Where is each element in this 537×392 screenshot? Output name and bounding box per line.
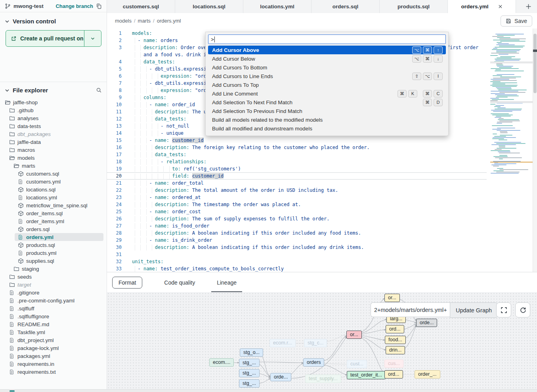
new-tab-button[interactable] <box>520 0 537 13</box>
tree-item-jaffle-data[interactable]: jaffle-data <box>6 138 103 146</box>
tree-item-locations-yml[interactable]: locations.yml <box>15 193 103 201</box>
tree-item--pre-commit-config-yaml[interactable]: .pre-commit-config.yaml <box>6 296 103 304</box>
lineage-node-ecom_raw[interactable]: ecom.... <box>209 358 234 367</box>
lineage-node-stg_orders[interactable]: stg_o... <box>240 348 263 357</box>
update-graph-button[interactable]: Update Graph <box>450 302 498 318</box>
tab-locations-yml[interactable]: locations.yml <box>243 0 311 13</box>
save-button[interactable]: Save <box>501 15 532 27</box>
tab-products-sql[interactable]: products.sql <box>380 0 448 13</box>
palette-item-add-cursor-above[interactable]: Add Cursor Above⌥⌘↑ <box>208 46 446 54</box>
lineage-node-stg_c_f[interactable]: stg_c... <box>304 339 327 347</box>
code-editor[interactable]: 1models:2- name: orders3description: Ord… <box>107 29 537 272</box>
editor-scrollbar[interactable] <box>533 29 537 272</box>
lineage-selector-input[interactable]: 2+models/marts/orders.yml+ <box>371 302 450 317</box>
tree-item-macros[interactable]: macros <box>6 146 103 154</box>
command-palette-input[interactable]: > <box>208 34 446 44</box>
code-line[interactable]: 22description: The total amount of the o… <box>107 187 487 194</box>
palette-item-add-cursor-below[interactable]: Add Cursor Below⌥⌘↓ <box>208 54 446 63</box>
tree-item-analyses[interactable]: analyses <box>6 114 103 122</box>
tree-item-products-sql[interactable]: products.sql <box>15 241 103 249</box>
pr-dropdown-caret[interactable] <box>84 31 101 46</box>
tree-item-dbt-packages[interactable]: dbt_packages <box>6 130 103 138</box>
tab-customers-sql[interactable]: customers.sql <box>107 0 175 13</box>
lineage-node-orders_hl[interactable]: or... <box>346 331 362 339</box>
tree-item-staging[interactable]: staging <box>10 265 103 273</box>
tree-item-jaffle-shop[interactable]: jaffle-shop <box>2 98 103 106</box>
bottom-scroll-strip[interactable] <box>0 389 537 392</box>
code-line[interactable]: 19to: ref('stg_customers') <box>107 165 487 172</box>
palette-item-add-selection-to-previous-find-match[interactable]: Add Selection To Previous Find Match <box>208 107 446 115</box>
code-line[interactable]: 32unit_tests: <box>107 258 487 265</box>
tree-item-metricflow-time-spine-sql[interactable]: metricflow_time_spine.sql <box>15 201 103 209</box>
close-icon[interactable] <box>498 4 503 9</box>
code-line[interactable]: 29- name: is_drink_order <box>107 237 487 244</box>
code-line[interactable]: 33- name: test_order_items_compute_to_bo… <box>107 265 487 272</box>
lineage-node-orde_gray[interactable]: orde... <box>416 319 437 327</box>
tree-item-taskfile-yml[interactable]: Taskfile.yml <box>6 328 103 336</box>
lineage-node-order_items[interactable]: orde... <box>270 373 291 381</box>
code-line[interactable]: 15- name: customer_id <box>107 137 487 144</box>
lineage-node-y_or_top[interactable]: or... <box>384 294 400 302</box>
tree-item-data-tests[interactable]: data-tests <box>6 122 103 130</box>
lineage-node-ecom_r_f[interactable]: ecom.r... <box>269 339 296 347</box>
scrollbar-thumb[interactable] <box>533 34 537 93</box>
code-line[interactable]: 23- name: ordered_at <box>107 194 487 201</box>
tree-item-requirements-txt[interactable]: requirements.txt <box>6 368 103 376</box>
copy-icon[interactable] <box>96 3 102 9</box>
code-line[interactable]: 30description: A boolean indicating if t… <box>107 244 487 251</box>
breadcrumb-part[interactable]: models <box>115 18 132 24</box>
code-line[interactable]: 28description: A boolean indicating if t… <box>107 229 487 237</box>
tree-item--sqlfluff[interactable]: .sqlfluff <box>6 304 103 312</box>
palette-item-add-line-comment[interactable]: Add Line Comment⌘K⌘C <box>208 89 446 98</box>
tree-item-orders-yml[interactable]: orders.yml <box>15 233 103 241</box>
panel-tab-lineage[interactable]: Lineage <box>217 272 237 293</box>
tab-orders-yml[interactable]: orders.yml <box>448 0 516 13</box>
palette-item-add-cursors-to-bottom[interactable]: Add Cursors To Bottom <box>208 63 446 72</box>
palette-item-build-all-models-related-to-the-modified-models[interactable]: Build all models related to the modified… <box>208 115 446 124</box>
palette-item-add-cursors-to-top[interactable]: Add Cursors To Top <box>208 80 446 89</box>
tree-item-requirements-in[interactable]: requirements.in <box>6 360 103 368</box>
version-control-header[interactable]: Version control <box>0 12 107 28</box>
tree-item-readme-md[interactable]: README.md <box>6 320 103 328</box>
fullscreen-button[interactable] <box>496 302 511 317</box>
tab-locations-sql[interactable]: locations.sql <box>175 0 243 13</box>
format-button[interactable]: Format <box>112 277 142 289</box>
create-pr-button[interactable]: Create a pull request on Git... <box>6 30 101 47</box>
tab-orders-sql[interactable]: orders.sql <box>311 0 380 13</box>
lineage-node-stg_a[interactable]: stg_... <box>239 359 260 367</box>
code-line[interactable]: 24description: The timestamp the order w… <box>107 201 487 208</box>
breadcrumb-part[interactable]: marts <box>138 18 151 24</box>
tree-item--gitignore[interactable]: .gitignore <box>6 289 103 296</box>
lineage-node-test_supply_f[interactable]: test_supply... <box>305 375 341 383</box>
tree-item-dbt-project-yml[interactable]: dbt_project.yml <box>6 336 103 344</box>
tree-item-customers-yml[interactable]: customers.yml <box>15 178 103 185</box>
lineage-node-orders[interactable]: orders <box>303 358 324 367</box>
tree-item-supplies-sql[interactable]: supplies.sql <box>15 257 103 265</box>
code-line[interactable]: 18- relationships: <box>107 158 487 165</box>
tree-item--sqlfluffignore[interactable]: .sqlfluffignore <box>6 312 103 320</box>
lineage-node-y_ord[interactable]: ord... <box>386 325 404 333</box>
tree-item-products-yml[interactable]: products.yml <box>15 249 103 257</box>
change-branch-link[interactable]: Change branch <box>55 3 93 9</box>
code-line[interactable]: 17data_tests: <box>107 151 487 158</box>
lineage-node-stg_c[interactable]: stg_... <box>239 379 260 388</box>
palette-item-add-cursors-to-line-ends[interactable]: Add Cursors to Line Ends⇧⌥I <box>208 72 446 80</box>
panel-tab-code-quality[interactable]: Code quality <box>164 272 195 293</box>
tree-item-customers-sql[interactable]: customers.sql <box>15 170 103 178</box>
tree-item-marts[interactable]: marts <box>10 162 103 170</box>
palette-item-add-selection-to-next-find-match[interactable]: Add Selection To Next Find Match⌘D <box>208 98 446 107</box>
code-line[interactable]: 16description: The foreign key relating … <box>107 144 487 151</box>
tree-item-order-items-sql[interactable]: order_items.sql <box>15 209 103 217</box>
search-icon[interactable] <box>96 87 102 93</box>
tree-item-models[interactable]: models <box>6 154 103 162</box>
breadcrumb-part[interactable]: orders.yml <box>157 18 181 24</box>
lineage-node-y_food[interactable]: food... <box>385 336 406 344</box>
code-line[interactable]: 27- name: is_food_order <box>107 222 487 229</box>
lineage-node-y_ord2[interactable]: ord... <box>384 370 403 379</box>
lineage-canvas[interactable]: ecom....stg_o...stg_...stg_...stg_...ord… <box>107 292 537 389</box>
lineage-node-cus_pink_f[interactable]: cus... <box>384 359 403 368</box>
lineage-node-y_drin[interactable]: drin... <box>386 346 405 354</box>
code-line[interactable]: 31 <box>107 251 487 258</box>
tree-item-packages-yml[interactable]: packages.yml <box>6 352 103 360</box>
tree-item-seeds[interactable]: seeds <box>6 273 103 281</box>
